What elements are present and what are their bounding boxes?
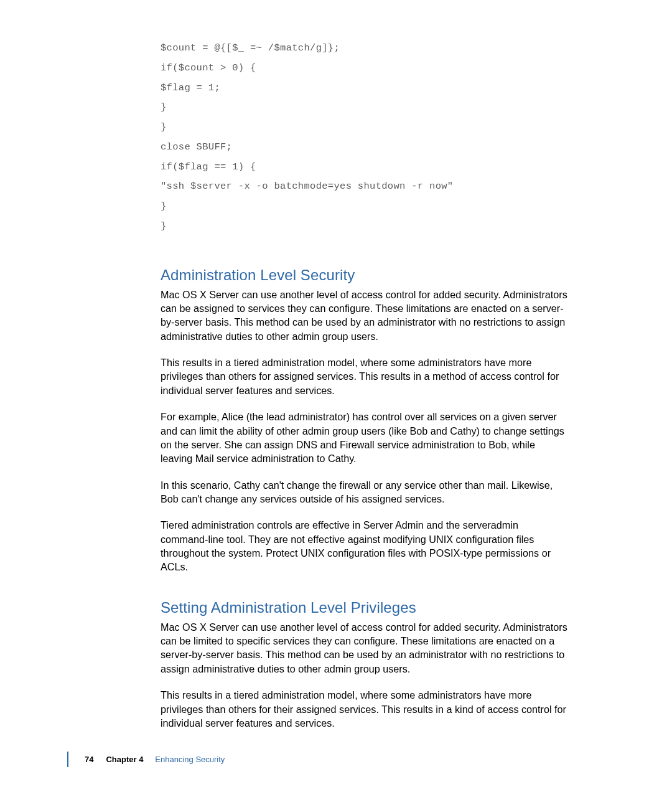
paragraph: For example, Alice (the lead administrat… xyxy=(161,410,567,465)
code-line: } xyxy=(161,197,567,217)
chapter-label: Chapter 4 xyxy=(106,755,143,764)
chapter-title: Enhancing Security xyxy=(146,755,225,764)
code-line: $flag = 1; xyxy=(161,78,567,98)
paragraph: Tiered administration controls are effec… xyxy=(161,518,567,573)
page-footer: 74 Chapter 4 Enhancing Security xyxy=(85,753,225,765)
heading-admin-level-security: Administration Level Security xyxy=(161,267,567,284)
section-admin-level-security: Administration Level Security Mac OS X S… xyxy=(161,267,567,574)
paragraph: This results in a tiered administration … xyxy=(161,356,567,397)
code-line: close SBUFF; xyxy=(161,138,567,158)
section-setting-admin-level-privileges: Setting Administration Level Privileges … xyxy=(161,599,567,730)
footer-rule xyxy=(67,752,68,767)
code-line: if($count > 0) { xyxy=(161,59,567,78)
heading-setting-admin-level-privileges: Setting Administration Level Privileges xyxy=(161,599,567,616)
page-number: 74 xyxy=(85,755,93,764)
paragraph: Mac OS X Server can use another level of… xyxy=(161,620,567,676)
code-line: } xyxy=(161,217,567,237)
code-line: } xyxy=(161,118,567,138)
code-line: } xyxy=(161,98,567,118)
code-block: $count = @{[$_ =~ /$match/g]}; if($count… xyxy=(161,39,567,237)
paragraph: In this scenario, Cathy can't change the… xyxy=(161,478,567,506)
paragraph: This results in a tiered administration … xyxy=(161,688,567,730)
code-line: "ssh $server -x -o batchmode=yes shutdow… xyxy=(161,177,567,197)
paragraph: Mac OS X Server can use another level of… xyxy=(161,288,567,343)
code-line: $count = @{[$_ =~ /$match/g]}; xyxy=(161,39,567,59)
code-line: if($flag == 1) { xyxy=(161,158,567,177)
